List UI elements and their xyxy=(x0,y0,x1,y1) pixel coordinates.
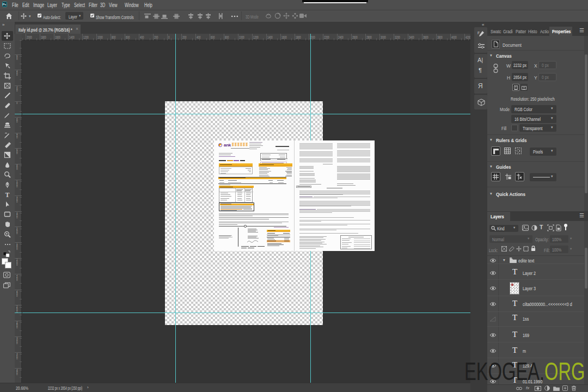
svg-text:F: F xyxy=(477,31,480,35)
svg-text:T: T xyxy=(5,191,10,199)
